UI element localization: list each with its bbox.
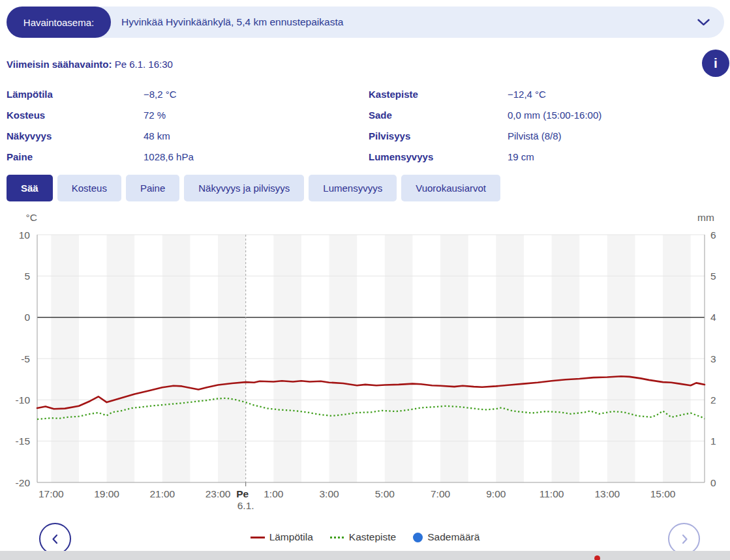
partial-logo-dot <box>594 555 600 560</box>
station-selector[interactable]: Havaintoasema: Hyvinkää Hyvinkäänkylä, 5… <box>7 7 724 38</box>
svg-text:-10: -10 <box>16 394 31 405</box>
observation-value: 1028,6 hPa <box>144 151 194 162</box>
observation-label: Sade <box>369 110 508 121</box>
svg-text:°C: °C <box>26 212 37 223</box>
observation-label: Kastepiste <box>369 89 508 100</box>
observation-value: 72 % <box>144 110 166 121</box>
chevron-left-icon <box>48 532 63 546</box>
observation-label: Kosteus <box>7 110 144 121</box>
svg-text:19:00: 19:00 <box>94 488 119 499</box>
observation-value: 48 km <box>144 130 170 141</box>
svg-text:5: 5 <box>710 271 716 282</box>
tab-kosteus[interactable]: Kosteus <box>57 175 121 201</box>
chart-legend: Lämpötila Kastepiste Sademäärä <box>0 531 730 543</box>
legend-item-dewpoint: Kastepiste <box>330 531 396 543</box>
svg-text:1:00: 1:00 <box>264 488 284 499</box>
svg-text:13:00: 13:00 <box>594 488 620 499</box>
observation-row: Lumensyvyys 19 cm <box>369 146 724 167</box>
next-day-button[interactable] <box>668 523 700 555</box>
observation-value: −8,2 °C <box>144 89 177 100</box>
observation-chart[interactable]: 1065504-53-102-151-200°Cmm17:0019:0021:0… <box>0 209 730 520</box>
observation-row: Kastepiste −12,4 °C <box>369 83 724 104</box>
svg-text:5:00: 5:00 <box>375 488 395 499</box>
chevron-down-icon[interactable] <box>697 19 710 26</box>
svg-text:mm: mm <box>697 212 714 223</box>
svg-text:17:00: 17:00 <box>38 488 64 499</box>
latest-observation-label: Viimeisin säähavainto: <box>7 59 112 70</box>
svg-text:4: 4 <box>710 312 716 323</box>
svg-text:6: 6 <box>710 229 716 241</box>
latest-observation: Viimeisin säähavainto: Pe 6.1. 16:30 <box>7 59 173 70</box>
svg-text:0: 0 <box>24 312 30 323</box>
tab-vuorokausiarvot[interactable]: Vuorokausiarvot <box>401 175 500 201</box>
observation-label: Pilvisyys <box>369 130 508 141</box>
svg-text:23:00: 23:00 <box>205 488 231 499</box>
latest-observation-value: Pe 6.1. 16:30 <box>115 59 173 70</box>
svg-text:6.1.: 6.1. <box>237 500 254 511</box>
svg-text:0: 0 <box>710 477 716 488</box>
svg-text:21:00: 21:00 <box>149 488 175 499</box>
observation-value: −12,4 °C <box>508 89 546 100</box>
tab-nakyvyys-ja-pilvisyys[interactable]: Näkyvyys ja pilvisyys <box>184 175 304 201</box>
svg-text:5: 5 <box>24 271 30 282</box>
observation-row: Lämpötila −8,2 °C <box>7 83 362 104</box>
observation-label: Lumensyvyys <box>369 151 508 162</box>
svg-text:2: 2 <box>710 394 716 405</box>
observation-value: 19 cm <box>508 151 534 162</box>
tab-saa[interactable]: Sää <box>7 175 53 201</box>
observation-label: Lämpötila <box>7 89 144 100</box>
svg-text:-20: -20 <box>16 477 31 488</box>
tab-lumensyvyys[interactable]: Lumensyvyys <box>309 175 397 201</box>
svg-text:-15: -15 <box>16 435 30 447</box>
svg-text:1: 1 <box>710 435 716 447</box>
info-button[interactable]: i <box>702 50 729 77</box>
svg-text:7:00: 7:00 <box>431 488 451 499</box>
legend-label: Lämpötila <box>269 531 313 543</box>
previous-day-button[interactable] <box>39 523 71 555</box>
temperature-line-swatch <box>251 537 265 538</box>
observation-row: Paine 1028,6 hPa <box>7 146 362 167</box>
observation-row: Sade 0,0 mm (15:00-16:00) <box>369 104 724 125</box>
observation-row: Pilvisyys Pilvistä (8/8) <box>369 125 724 146</box>
observation-value: Pilvistä (8/8) <box>508 130 562 141</box>
tab-paine[interactable]: Paine <box>126 175 179 201</box>
svg-text:3: 3 <box>710 353 716 364</box>
svg-text:11:00: 11:00 <box>540 488 564 499</box>
chart-tabs: Sää Kosteus Paine Näkyvyys ja pilvisyys … <box>7 175 500 201</box>
svg-text:-5: -5 <box>21 353 30 364</box>
legend-label: Sademäärä <box>427 531 479 543</box>
svg-text:10: 10 <box>19 229 31 241</box>
observation-value: 0,0 mm (15:00-16:00) <box>508 110 601 121</box>
svg-text:3:00: 3:00 <box>319 488 339 499</box>
station-selector-value: Hyvinkää Hyvinkäänkylä, 5,4 km ennustepa… <box>121 16 343 28</box>
observation-label: Näkyvyys <box>7 130 144 141</box>
legend-label: Kastepiste <box>349 531 396 543</box>
observation-label: Paine <box>7 151 144 162</box>
station-selector-label: Havaintoasema: <box>7 7 111 38</box>
info-icon: i <box>714 55 718 71</box>
svg-text:9:00: 9:00 <box>486 488 506 499</box>
svg-text:Pe: Pe <box>236 488 249 499</box>
observation-row: Näkyvyys 48 km <box>7 125 362 146</box>
rain-dot-swatch <box>413 533 423 542</box>
legend-item-temperature: Lämpötila <box>251 531 313 543</box>
svg-text:15:00: 15:00 <box>650 488 676 499</box>
legend-item-rain: Sademäärä <box>413 531 479 543</box>
bottom-section-edge <box>0 551 730 560</box>
observation-row: Kosteus 72 % <box>7 104 362 125</box>
chevron-right-icon <box>677 532 692 546</box>
dewpoint-line-swatch <box>330 537 344 538</box>
